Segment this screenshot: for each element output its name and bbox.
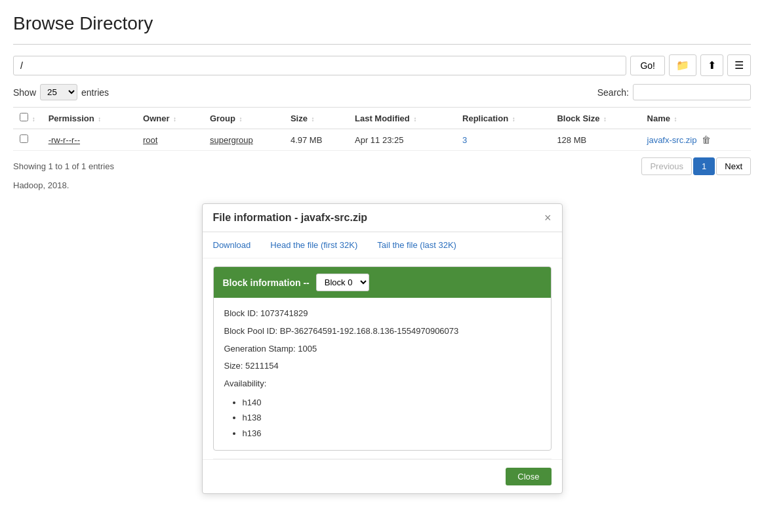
- table-footer: Showing 1 to 1 of 1 entries Previous 1 N…: [13, 157, 751, 175]
- search-label: Search:: [597, 87, 629, 98]
- group-link[interactable]: supergroup: [210, 135, 253, 145]
- table-header-row: ↕ Permission ↕ Owner ↕ Group ↕ Size ↕ La…: [13, 108, 751, 129]
- file-info-modal: File information - javafx-src.zip × Down…: [202, 203, 563, 494]
- availability-host-2: h136: [243, 426, 540, 441]
- search-row: Search:: [597, 84, 751, 100]
- modal-header: File information - javafx-src.zip ×: [203, 204, 562, 232]
- list-icon: ☰: [734, 60, 744, 71]
- modal-title: File information - javafx-src.zip: [213, 212, 368, 224]
- entries-select[interactable]: 10 25 50 100: [40, 84, 77, 100]
- list-icon-button[interactable]: ☰: [727, 54, 751, 76]
- row-size: 4.97 MB: [284, 129, 348, 151]
- folder-icon: 📁: [676, 60, 689, 71]
- head-file-link[interactable]: Head the file (first 32K): [270, 240, 357, 250]
- availability-list: h140 h138 h136: [243, 395, 540, 441]
- table-controls: Show 10 25 50 100 entries Search:: [13, 84, 751, 100]
- path-bar: Go! 📁 ⬆ ☰: [13, 54, 751, 76]
- modal-close-x-button[interactable]: ×: [544, 212, 552, 224]
- row-block-size: 128 MB: [550, 129, 640, 151]
- go-button[interactable]: Go!: [630, 56, 665, 75]
- sort-icon-permission: ↕: [98, 115, 101, 123]
- owner-link[interactable]: root: [143, 135, 157, 145]
- col-replication[interactable]: Replication ↕: [456, 108, 550, 129]
- page-1-button[interactable]: 1: [693, 157, 715, 175]
- block-header: Block information -- Block 0: [214, 267, 551, 298]
- upload-icon: ⬆: [708, 60, 716, 71]
- title-divider: [13, 44, 751, 45]
- modal-footer: Close: [203, 459, 562, 493]
- availability-label: Availability:: [224, 377, 540, 391]
- row-permission: -rw-r--r--: [42, 129, 136, 151]
- show-entries: Show 10 25 50 100 entries: [13, 84, 109, 100]
- table-row: -rw-r--r-- root supergroup 4.97 MB Apr 1…: [13, 129, 751, 151]
- select-all-checkbox[interactable]: [20, 113, 28, 121]
- row-checkbox[interactable]: [20, 134, 28, 143]
- col-block-size[interactable]: Block Size ↕: [550, 108, 640, 129]
- col-name[interactable]: Name ↕: [641, 108, 751, 129]
- row-last-modified: Apr 11 23:25: [348, 129, 456, 151]
- row-replication: 3: [456, 129, 550, 151]
- modal-overlay: File information - javafx-src.zip × Down…: [13, 203, 751, 494]
- next-button[interactable]: Next: [716, 157, 751, 175]
- block-pool-id: Block Pool ID: BP-362764591-192.168.8.13…: [224, 325, 540, 338]
- entries-label: entries: [81, 87, 109, 98]
- row-owner: root: [136, 129, 203, 151]
- file-name-link[interactable]: javafx-src.zip: [647, 135, 697, 145]
- col-size[interactable]: Size ↕: [284, 108, 348, 129]
- sort-icon-last-modified: ↕: [413, 115, 416, 123]
- block-id: Block ID: 1073741829: [224, 307, 540, 321]
- permission-link[interactable]: -rw-r--r--: [49, 135, 80, 145]
- block-body: Block ID: 1073741829 Block Pool ID: BP-3…: [214, 298, 551, 450]
- row-group: supergroup: [203, 129, 284, 151]
- path-input[interactable]: [13, 56, 626, 75]
- col-owner[interactable]: Owner ↕: [136, 108, 203, 129]
- block-info-section: Block information -- Block 0 Block ID: 1…: [213, 266, 552, 451]
- row-name-cell: javafx-src.zip 🗑: [641, 129, 751, 151]
- sort-icon-size: ↕: [312, 115, 315, 123]
- replication-link[interactable]: 3: [462, 135, 467, 145]
- sort-icon-group: ↕: [239, 115, 243, 123]
- block-info-label: Block information --: [223, 277, 310, 288]
- files-table: ↕ Permission ↕ Owner ↕ Group ↕ Size ↕ La…: [13, 107, 751, 151]
- page-title: Browse Directory: [13, 13, 751, 34]
- showing-text: Showing 1 to 1 of 1 entries: [13, 161, 114, 171]
- col-last-modified[interactable]: Last Modified ↕: [348, 108, 456, 129]
- block-size-value: Size: 5211154: [224, 359, 540, 373]
- tail-file-link[interactable]: Tail the file (last 32K): [377, 240, 456, 250]
- previous-button[interactable]: Previous: [641, 157, 692, 175]
- pagination: Previous 1 Next: [641, 157, 751, 175]
- generation-stamp: Generation Stamp: 1005: [224, 342, 540, 356]
- select-all-header: ↕: [13, 108, 42, 129]
- sort-icon-name: ↕: [674, 115, 677, 123]
- delete-icon[interactable]: 🗑: [702, 134, 711, 145]
- block-select[interactable]: Block 0: [316, 274, 369, 291]
- sort-icon-owner: ↕: [173, 115, 176, 123]
- close-button[interactable]: Close: [506, 468, 551, 485]
- availability-host-0: h140: [243, 395, 540, 410]
- sort-icon-block-size: ↕: [603, 115, 607, 123]
- sort-icon-replication: ↕: [512, 115, 515, 123]
- modal-links: Download Head the file (first 32K) Tail …: [203, 232, 562, 258]
- search-input[interactable]: [633, 84, 751, 100]
- show-label: Show: [13, 87, 36, 98]
- col-group[interactable]: Group ↕: [203, 108, 284, 129]
- sort-icon-select: ↕: [32, 115, 35, 123]
- upload-icon-button[interactable]: ⬆: [700, 54, 723, 76]
- folder-icon-button[interactable]: 📁: [669, 54, 696, 76]
- row-checkbox-cell: [13, 129, 42, 151]
- col-permission[interactable]: Permission ↕: [42, 108, 136, 129]
- hadoop-credit: Hadoop, 2018.: [13, 180, 751, 190]
- download-link[interactable]: Download: [213, 240, 251, 250]
- availability-host-1: h138: [243, 410, 540, 425]
